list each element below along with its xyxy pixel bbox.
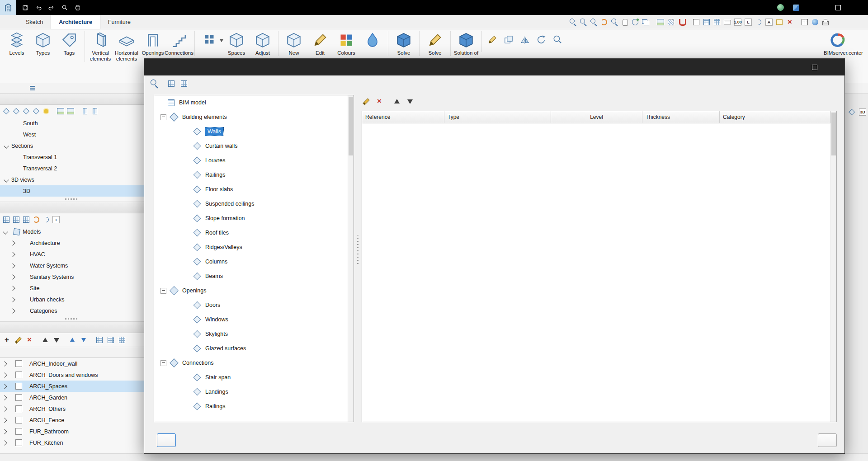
active-checkbox[interactable] — [15, 372, 22, 378]
dialog-close-button[interactable] — [825, 59, 844, 75]
lower-icon[interactable] — [79, 335, 88, 344]
tree-node[interactable]: Beams — [154, 269, 354, 283]
expand-all-icon[interactable] — [167, 79, 176, 88]
active-checkbox[interactable] — [15, 383, 22, 390]
view-previous-icon[interactable] — [568, 18, 577, 27]
tree-node[interactable]: Landings — [154, 385, 354, 399]
cancel-button[interactable] — [818, 433, 837, 447]
view-item[interactable]: Sections — [0, 140, 144, 151]
view-plan-icon[interactable] — [22, 107, 31, 116]
column-header[interactable]: Type — [444, 111, 551, 123]
column-header[interactable]: Level — [551, 111, 642, 123]
chevron-down-icon[interactable] — [220, 39, 223, 42]
info-icon[interactable]: i — [52, 215, 61, 224]
undo-button[interactable] — [32, 2, 44, 13]
chevron-down-icon[interactable] — [4, 143, 9, 148]
openings-tool[interactable]: Openings — [140, 31, 166, 56]
pan-icon[interactable] — [620, 18, 629, 27]
web-icon[interactable] — [811, 18, 820, 27]
delete-icon[interactable]: × — [25, 335, 34, 344]
new-tool[interactable]: New — [278, 31, 307, 56]
export-image-icon[interactable] — [656, 18, 665, 27]
scrollbar-thumb[interactable] — [349, 97, 353, 155]
tree-scrollbar[interactable] — [348, 95, 354, 422]
collapse-box-icon[interactable] — [160, 360, 166, 366]
display-options-tool[interactable] — [194, 31, 223, 56]
elements-read-item[interactable]: Urban checks — [0, 294, 144, 305]
text-icon[interactable]: A — [764, 18, 774, 27]
redo-button[interactable] — [45, 2, 57, 13]
solve-tool[interactable]: Solve — [388, 31, 417, 56]
move-up-icon[interactable] — [41, 335, 50, 344]
chevron-icon[interactable] — [10, 252, 15, 257]
zoom-tool-icon[interactable] — [549, 31, 566, 52]
search-button[interactable] — [58, 2, 71, 13]
tree-node[interactable]: Openings — [154, 283, 354, 298]
tree-node[interactable]: Louvres — [154, 153, 354, 168]
tree-node[interactable]: Floor slabs — [154, 182, 354, 197]
dialog-maximize-button[interactable] — [805, 59, 825, 75]
print-view-icon[interactable] — [821, 18, 830, 27]
own-element-row[interactable]: ARCH_Fence — [0, 414, 144, 426]
active-checkbox[interactable] — [15, 439, 22, 446]
adjust-tool[interactable]: Adjust — [250, 31, 276, 56]
own-element-row[interactable]: ARCH_Indoor_wall — [0, 358, 144, 369]
sun-icon[interactable] — [42, 107, 51, 116]
collapse-box-icon[interactable] — [160, 114, 166, 120]
tree-node[interactable]: Suspended ceilings — [154, 197, 354, 211]
chevron-icon[interactable] — [10, 297, 15, 302]
capture-settings-icon[interactable] — [66, 107, 75, 116]
own-element-row[interactable]: FUR_Bathroom — [0, 426, 144, 437]
view-item[interactable]: Transversal 1 — [0, 151, 144, 163]
app-logo-icon[interactable] — [0, 0, 16, 15]
rotate-tool-icon[interactable] — [533, 31, 549, 52]
tree-node[interactable]: Building elements — [154, 110, 354, 124]
tags-tool[interactable]: Tags — [56, 31, 82, 56]
chevron-icon[interactable] — [3, 229, 8, 234]
elements-read-item[interactable]: HVAC — [0, 249, 144, 260]
snap-grid-icon[interactable] — [712, 18, 722, 27]
tree-node[interactable]: BIM model — [154, 95, 354, 110]
edit-icon[interactable] — [362, 97, 371, 106]
tree-node[interactable]: Walls — [154, 124, 354, 139]
tab-architecture[interactable]: Architecture — [51, 15, 100, 29]
table-view-icon[interactable] — [95, 335, 104, 344]
paint-tool[interactable] — [359, 31, 386, 56]
column-header[interactable]: Category — [720, 111, 830, 123]
close-button[interactable] — [848, 0, 868, 15]
active-checkbox[interactable] — [15, 428, 22, 435]
zoom-extents-icon[interactable] — [579, 18, 588, 27]
tab-sketch[interactable]: Sketch — [18, 15, 51, 29]
chevron-icon[interactable] — [10, 308, 15, 313]
tab-furniture[interactable]: Furniture — [100, 15, 138, 29]
hatch-icon[interactable] — [666, 18, 675, 27]
maximize-button[interactable] — [828, 0, 848, 15]
library-icon[interactable] — [80, 107, 90, 116]
tree-node[interactable]: Skylights — [154, 327, 354, 341]
chevron-down-icon[interactable] — [4, 177, 9, 182]
move-down-icon[interactable] — [406, 97, 415, 106]
group-menu-icon[interactable] — [28, 84, 37, 93]
background-colour-icon[interactable] — [692, 18, 701, 27]
levels-tool[interactable]: Levels — [4, 31, 30, 56]
snap-magnet-icon[interactable] — [677, 18, 686, 27]
search-icon[interactable] — [149, 79, 160, 89]
grid-icon[interactable] — [702, 18, 711, 27]
table-expand-icon[interactable] — [118, 335, 127, 344]
scale-icon[interactable]: 1.00 — [733, 18, 742, 27]
tree-node[interactable]: Railings — [154, 399, 354, 414]
print-button[interactable] — [71, 2, 84, 13]
zoom-window-icon[interactable] — [610, 18, 619, 27]
table-columns-icon[interactable] — [106, 335, 115, 344]
types-tool[interactable]: Types — [30, 31, 56, 56]
add-icon[interactable]: + — [2, 335, 11, 344]
colours-tool[interactable]: Colours — [333, 31, 359, 56]
column-header[interactable]: Thickness — [642, 111, 720, 123]
section-curve-icon[interactable] — [42, 215, 51, 224]
elements-read-item[interactable]: Water Systems — [0, 260, 144, 271]
library2-icon[interactable] — [90, 107, 99, 116]
own-element-row[interactable]: ARCH_Garden — [0, 392, 144, 403]
ortho-icon[interactable]: L — [744, 18, 753, 27]
table-scrollbar[interactable] — [830, 111, 836, 422]
tree-node[interactable]: Doors — [154, 298, 354, 312]
